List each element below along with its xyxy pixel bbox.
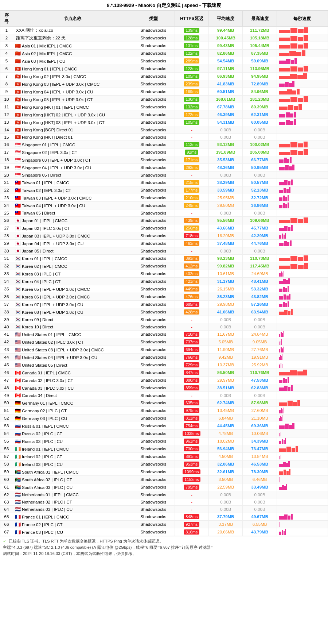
row-num: 13: [0, 119, 13, 126]
row-max: 0.00B: [243, 209, 277, 217]
row-type: Shadowsocks: [132, 262, 175, 270]
row-name: 🇩🇪Germany 03 | IPLC | CU: [13, 414, 132, 422]
row-num: 34: [0, 278, 13, 285]
row-avg: 86.50MB: [209, 369, 243, 377]
row-avg: 97.11MB: [209, 65, 243, 73]
row-max: 0.00B: [243, 316, 277, 323]
row-avg: 18.02MB: [209, 437, 243, 445]
row-avg: 0.00B: [209, 209, 243, 217]
table-row: 12 🇭🇰Hong Kong [HKT] 02 | IEPL + UDP 3.0…: [0, 111, 328, 119]
row-speed: [277, 369, 328, 377]
row-speed: [277, 202, 328, 209]
table-row: 36 🇰🇷Korea 06 | IEPL + UDP 3.0x | CMCC S…: [0, 293, 328, 301]
check-icon: ✓: [3, 539, 6, 543]
table-row: 66 🇫🇷France 02 | IPLC | CT Shadowsocks 9…: [0, 521, 328, 528]
table-row: 32 🇰🇷Korea 02 | IEPL | CMCC Shadowsocks …: [0, 262, 328, 270]
row-avg: 33.59MB: [209, 186, 243, 194]
row-https: 113ms: [175, 141, 208, 149]
row-num: 57: [0, 453, 13, 460]
row-speed: [277, 80, 328, 88]
row-avg: 62.74MB: [209, 399, 243, 407]
row-type: Shadowsocks: [132, 119, 175, 126]
row-num: 59: [0, 468, 13, 476]
row-https: 737ms: [175, 338, 208, 346]
row-https: -: [175, 209, 208, 217]
row-https: 439ms: [175, 217, 208, 224]
row-speed: [277, 498, 328, 506]
row-speed: [277, 278, 328, 285]
row-https: 927ms: [175, 521, 208, 528]
footer-line2: 主端=4.3.3 (697) 端速=SC-2.1.0 (436 compatib…: [3, 545, 325, 550]
row-speed: [277, 141, 328, 149]
row-avg: 6.84MB: [209, 414, 243, 422]
row-num: 52: [0, 414, 13, 422]
row-https: 1099ms: [175, 468, 208, 476]
row-max: 50.57MB: [243, 179, 277, 186]
row-avg: 22.59MB: [209, 483, 243, 491]
table-row: 28 🇯🇵Japan 03 | IEPL + UDP 3.0x | CMCC S…: [0, 232, 328, 240]
row-num: 38: [0, 308, 13, 316]
table-row: 18 🇸🇬Singapore 03 | IEPL + UDP 3.0x | CT…: [0, 156, 328, 164]
row-num: 48: [0, 384, 13, 392]
row-max: 0.00B: [243, 126, 277, 134]
row-speed: [277, 521, 328, 528]
row-name: 🇰🇷Korea 09 | Direct: [13, 316, 132, 323]
table-row: 23 🇹🇼Taiwan 03 | IEPL + UDP 3.0x | CMCC …: [0, 194, 328, 202]
row-avg: 67.78MB: [209, 103, 243, 111]
row-type: Shadowsocks: [132, 476, 175, 483]
row-avg: 56.94MB: [209, 445, 243, 453]
row-avg: 54.31MB: [209, 119, 243, 126]
row-type: Shadowsocks: [132, 57, 175, 65]
row-avg: 99.43MB: [209, 42, 243, 50]
row-speed: [277, 232, 328, 240]
row-https: -: [175, 247, 208, 255]
row-type: Shadowsocks: [132, 217, 175, 224]
table-row: 25 🇹🇼Taiwan 05 | Direct Shadowsocks - 0.…: [0, 209, 328, 217]
row-name: 🇯🇵Japan 01 | IEPL | CMCC: [13, 217, 132, 224]
row-https: 122ms: [175, 50, 208, 57]
row-num: 14: [0, 126, 13, 134]
row-num: 39: [0, 316, 13, 323]
row-name: 🇸🇬Singapore 02 | IEPL 3.0x | CT: [13, 149, 132, 156]
row-speed: [277, 171, 328, 179]
row-max: 100.02MB: [243, 141, 277, 149]
row-https: 132ms: [175, 103, 208, 111]
row-max: 45.77MB: [243, 224, 277, 232]
row-avg: 0.00B: [209, 491, 243, 498]
row-max: 25.92MB: [243, 361, 277, 369]
row-num: 28: [0, 232, 13, 240]
row-speed: [277, 285, 328, 293]
row-type: Shadowsocks: [132, 377, 175, 384]
row-num: 67: [0, 528, 13, 536]
row-https: 130ms: [175, 96, 208, 103]
row-name: 🇹🇼Taiwan 02 | IEPL 3.0x | CT: [13, 186, 132, 194]
row-num: 18: [0, 156, 13, 164]
row-https: -: [175, 134, 208, 141]
row-type: Shadowsocks: [132, 369, 175, 377]
row-max: 36.86MB: [243, 202, 277, 209]
row-max: 43.79MB: [243, 528, 277, 536]
row-name: 🇸🇬Singapore 05 | Direct: [13, 171, 132, 179]
row-speed: [277, 308, 328, 316]
col-header-type: 类型: [132, 11, 175, 27]
footer-line3: 测试时间：2024-11-20 18:16:33 (CST)，本测试为试验性结果…: [3, 551, 325, 556]
row-avg: 26.15MB: [209, 285, 243, 293]
table-row: 45 🇺🇸United States 05 | Direct Shadowsoc…: [0, 361, 328, 369]
row-name: 🇺🇸United States 05 | Direct: [13, 361, 132, 369]
row-speed: [277, 103, 328, 111]
row-max: 69.36MB: [243, 422, 277, 430]
row-name: 🇰🇷Korea 04 | IPLC | CT: [13, 278, 132, 285]
row-https: -: [175, 171, 208, 179]
row-speed: [277, 240, 328, 247]
row-avg: 10.61MB: [209, 270, 243, 278]
row-max: 19.91MB: [243, 354, 277, 361]
row-type: Shadowsocks: [132, 156, 175, 164]
row-max: 27.60MB: [243, 407, 277, 414]
row-speed: [277, 247, 328, 255]
row-type: Shadowsocks: [132, 361, 175, 369]
row-type: Shadowsocks: [132, 80, 175, 88]
row-type: Shadowsocks: [132, 445, 175, 453]
row-avg: 168.61MB: [209, 96, 243, 103]
row-avg: 29.97MB: [209, 377, 243, 384]
row-avg: 35.53MB: [209, 156, 243, 164]
